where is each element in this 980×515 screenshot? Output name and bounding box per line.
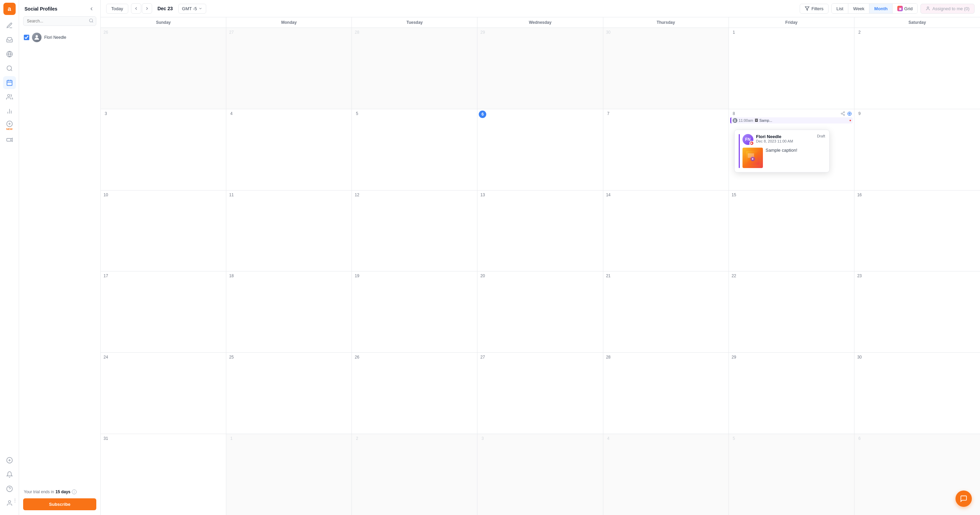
calendar-day[interactable]: 12 (352, 191, 477, 272)
day-number: 10 (102, 192, 110, 198)
day-number: 3 (102, 111, 110, 117)
calendar-day[interactable]: 29 (477, 28, 603, 109)
day-actions: ⊕ (840, 111, 853, 117)
calendar-day[interactable]: 3 (101, 109, 226, 190)
list-view-button[interactable]: List (832, 4, 848, 13)
subscribe-button[interactable]: Subscribe (23, 498, 96, 510)
calendar-day[interactable]: 17 (101, 272, 226, 353)
calendar-body: 26 27 28 29 30 1 2 3 4 5 6 7 (101, 28, 980, 515)
day-header-wednesday: Wednesday (477, 17, 603, 27)
calendar-event[interactable]: 11:00am 🖼 Samp... ● (730, 118, 853, 124)
today-button[interactable]: Today (106, 4, 128, 14)
event-title: Samp... (759, 118, 848, 122)
calendar-day[interactable]: 26 (352, 353, 477, 434)
nav-profile[interactable]: ⋮ (3, 497, 16, 510)
calendar-day[interactable]: 23 (854, 272, 980, 353)
calendar-day[interactable]: 4 (226, 109, 352, 190)
month-view-button[interactable]: Month (869, 4, 892, 13)
calendar-day[interactable]: 11 (226, 191, 352, 272)
calendar-day[interactable]: 28 (603, 353, 729, 434)
profile-checkbox[interactable] (24, 35, 29, 40)
search-input[interactable] (23, 16, 96, 26)
nav-video[interactable] (3, 134, 16, 146)
svg-line-30 (842, 113, 843, 113)
calendar-day-6[interactable]: 6 (477, 109, 603, 190)
filters-button[interactable]: Filters (800, 4, 829, 14)
popup-caption: Sample caption! (765, 148, 825, 153)
day-number: 4 (228, 111, 235, 117)
calendar-day[interactable]: 13 (477, 191, 603, 272)
app-logo[interactable]: a (3, 3, 16, 15)
calendar-day[interactable]: 25 (226, 353, 352, 434)
nav-team[interactable] (3, 91, 16, 103)
popup-header: FN ▶ Flori Needle Dec 8, 2023 11:00 AM D… (743, 134, 825, 145)
calendar-day[interactable]: 4 (603, 434, 729, 515)
prev-month-button[interactable] (131, 3, 141, 14)
nav-analytics[interactable] (3, 105, 16, 118)
next-month-button[interactable] (142, 3, 152, 14)
timezone-select[interactable]: GMT -5 (178, 4, 206, 14)
calendar-day[interactable]: 26 (101, 28, 226, 109)
nav-inbox[interactable] (3, 33, 16, 46)
grid-view-button[interactable]: ▣ Grid (892, 4, 917, 13)
calendar-day[interactable]: 14 (603, 191, 729, 272)
day-number: 7 (605, 111, 612, 117)
day-number: 18 (228, 273, 235, 279)
nav-notifications[interactable] (3, 468, 16, 481)
calendar-day-8[interactable]: 8 ⊕ 11:00am 🖼 (729, 109, 854, 190)
calendar-day[interactable]: 15 (729, 191, 854, 272)
chat-bubble-button[interactable] (956, 491, 972, 507)
calendar-week-5: 24 25 26 27 28 29 30 (101, 353, 980, 434)
calendar-day[interactable]: 3 (477, 434, 603, 515)
day-share-icon[interactable] (840, 111, 846, 117)
calendar-day[interactable]: 7 (603, 109, 729, 190)
calendar-day[interactable]: 2 (854, 28, 980, 109)
calendar-day[interactable]: 9 (854, 109, 980, 190)
calendar-day[interactable]: 18 (226, 272, 352, 353)
day-add-icon[interactable]: ⊕ (846, 111, 853, 117)
calendar-day[interactable]: 16 (854, 191, 980, 272)
calendar-day[interactable]: 21 (603, 272, 729, 353)
calendar-day[interactable]: 24 (101, 353, 226, 434)
profile-item[interactable]: Flori Needle (19, 30, 100, 45)
collapse-panel-button[interactable] (88, 5, 95, 12)
popup-user-info: Flori Needle Dec 8, 2023 11:00 AM (756, 134, 814, 143)
calendar-day[interactable]: 20 (477, 272, 603, 353)
nav-search[interactable] (3, 62, 16, 75)
nav-listen[interactable] (3, 48, 16, 60)
nav-new[interactable]: NEW (3, 119, 16, 132)
assigned-to-me-button[interactable]: Assigned to me (0) (920, 4, 975, 14)
calendar-day[interactable]: 10 (101, 191, 226, 272)
svg-line-22 (92, 21, 93, 22)
calendar-day[interactable]: 1 (226, 434, 352, 515)
profiles-header: Social Profiles (19, 0, 100, 16)
calendar-day[interactable]: 5 (729, 434, 854, 515)
svg-marker-24 (805, 7, 809, 11)
nav-calendar[interactable] (3, 76, 16, 89)
calendar-day[interactable]: 22 (729, 272, 854, 353)
icon-sidebar: a NEW ⋮ (0, 0, 19, 515)
popup-datetime: Dec 8, 2023 11:00 AM (756, 139, 814, 143)
nav-compose[interactable] (3, 19, 16, 32)
calendar-week-4: 17 18 19 20 21 22 23 (101, 272, 980, 353)
calendar-day[interactable]: 28 (352, 28, 477, 109)
calendar-day[interactable]: 31 (101, 434, 226, 515)
nav-help[interactable] (3, 482, 16, 495)
view-switcher: List Week Month ▣ Grid (831, 3, 918, 14)
nav-add[interactable] (3, 454, 16, 467)
week-view-button[interactable]: Week (848, 4, 869, 13)
calendar-day[interactable]: 1 (729, 28, 854, 109)
calendar-day[interactable]: 5 (352, 109, 477, 190)
day-number: 8 (730, 111, 738, 117)
calendar-day[interactable]: 29 (729, 353, 854, 434)
calendar-day[interactable]: 30 (603, 28, 729, 109)
info-icon[interactable]: i (72, 490, 76, 494)
calendar-day[interactable]: 30 (854, 353, 980, 434)
calendar-day[interactable]: 27 (477, 353, 603, 434)
calendar-day[interactable]: 19 (352, 272, 477, 353)
search-icon (89, 18, 94, 24)
calendar-day[interactable]: 2 (352, 434, 477, 515)
svg-point-23 (36, 35, 38, 37)
calendar-day[interactable]: 27 (226, 28, 352, 109)
avatar (32, 33, 41, 42)
